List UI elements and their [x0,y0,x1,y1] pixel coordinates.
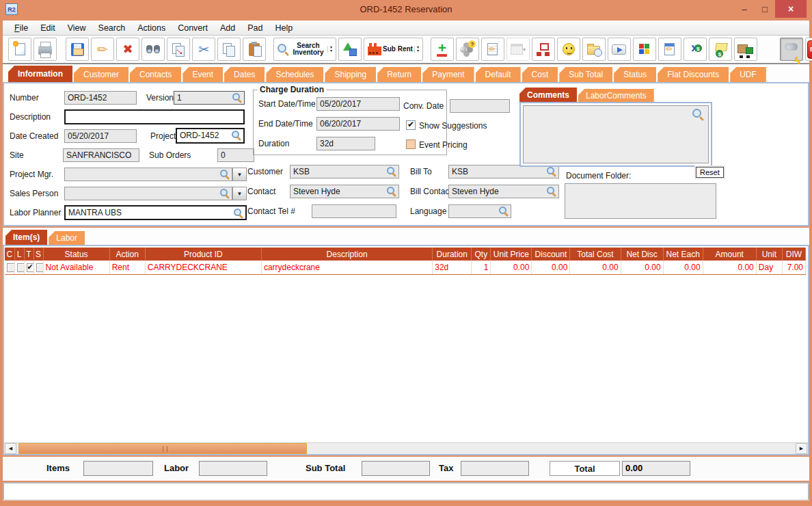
maximize-button[interactable]: □ [755,0,775,18]
conv-date-field[interactable] [450,99,510,113]
project-mgr-dropdown-button[interactable]: ▼ [232,168,247,181]
number-field[interactable]: ORD-1452 [64,91,137,105]
sales-person-dropdown-button[interactable]: ▼ [232,187,247,200]
column-header-amount[interactable]: Amount [703,248,756,261]
feedback-button[interactable] [557,38,580,61]
row-cell[interactable]: carrydeckcrane [261,261,432,274]
sub-rent-button-dropdown-icon[interactable]: ▾▾ [414,46,419,53]
row-cell[interactable]: 0.00 [663,261,703,274]
column-header-total-cost[interactable]: Total Cost [570,248,621,261]
history-folder-button[interactable] [582,38,606,61]
customer-search-icon[interactable] [387,167,396,176]
menu-convert[interactable]: Convert [172,22,214,34]
column-header-status[interactable]: Status [43,248,109,261]
bill-to-search-icon[interactable] [547,167,556,176]
column-header-l[interactable]: L [14,248,24,261]
column-header-description[interactable]: Description [261,248,432,261]
copy-button[interactable] [217,38,241,61]
comments-tab-comments[interactable]: Comments [519,88,577,103]
notes-button[interactable]: ✏ [481,38,504,61]
version-field[interactable]: 1 [174,91,245,105]
row-cell[interactable]: 0.00 [570,261,621,274]
paste-button[interactable] [243,38,266,61]
tab-default[interactable]: Default [476,67,521,82]
bill-to-field[interactable]: KSB [448,165,559,178]
items-total-field[interactable] [83,461,153,476]
delete-button[interactable]: ✖ [116,38,139,61]
comments-tab-laborcomments[interactable]: LaborComments [578,89,654,103]
shortcut-key-button[interactable] [608,38,631,61]
print-button[interactable] [33,38,57,61]
tab-contacts[interactable]: Contacts [130,67,181,82]
bill-contact-search-icon[interactable] [547,187,556,196]
row-checkbox[interactable] [36,263,44,272]
close-button[interactable]: × [775,0,807,18]
tab-shipping[interactable]: Shipping [325,67,376,82]
menu-actions[interactable]: Actions [131,22,172,34]
contact-tel-field[interactable] [312,204,396,218]
search-inventory-button-dropdown-icon[interactable]: ▾▾ [327,46,332,53]
tab-dates[interactable]: Dates [224,67,265,82]
find-button[interactable] [141,38,165,61]
end-date-field[interactable]: 06/20/2017 [316,117,400,131]
tab-udf[interactable]: UDF [730,67,766,82]
scroll-right-icon[interactable]: ▶ [796,443,807,454]
column-header-unit-price[interactable]: Unit Price [491,248,532,261]
column-header-qty[interactable]: Qty [472,248,491,261]
labor-total-field[interactable] [199,461,267,476]
transfer-charges-button[interactable]: »$ [684,38,707,61]
row-cell[interactable]: Rent [109,261,145,274]
column-header-c[interactable]: C [5,248,14,261]
row-cell[interactable]: 1 [472,261,491,274]
column-header-duration[interactable]: Duration [433,248,472,261]
row-cell[interactable]: Not Available [43,261,109,274]
project-mgr-field[interactable] [64,168,232,181]
duration-field[interactable]: 32d [316,137,375,150]
column-header-diw[interactable]: DIW [782,248,805,261]
contact-field[interactable]: Steven Hyde [290,185,399,198]
add-remove-button[interactable]: + [431,38,454,61]
row-checkbox-cell[interactable] [5,261,14,274]
items-tab-item-s[interactable]: Item(s) [5,230,47,245]
menu-help[interactable]: Help [269,22,299,34]
column-header-discount[interactable]: Discount [532,248,570,261]
document-folder-box[interactable] [565,183,716,219]
row-checkbox-cell[interactable] [14,261,24,274]
sales-person-search-icon[interactable] [220,189,230,198]
tab-sub-total[interactable]: Sub Total [559,67,612,82]
sub-total-field[interactable] [362,461,430,476]
edit-button[interactable]: ✏ [91,38,114,61]
tab-schedules[interactable]: Schedules [266,67,323,82]
column-header-product-id[interactable]: Product ID [145,248,261,261]
menu-search[interactable]: Search [92,22,132,34]
row-checkbox[interactable] [17,263,25,272]
column-header-net-disc[interactable]: Net Disc [621,248,663,261]
save-button[interactable] [66,38,89,61]
table-row[interactable]: Not AvailableRentCARRYDECKCRANEcarrydeck… [5,261,806,274]
row-checkbox[interactable] [27,263,34,272]
exit-button[interactable]: EXIT [805,38,812,61]
shapes-button[interactable] [338,38,362,61]
row-checkbox[interactable] [7,263,14,272]
version-search-icon[interactable] [232,93,242,103]
tab-payment[interactable]: Payment [422,67,474,82]
column-header-net-each[interactable]: Net Each [663,248,703,261]
scroll-left-icon[interactable]: ◀ [5,443,16,454]
tab-event[interactable]: Event [182,67,223,82]
labor-planner-search-icon[interactable] [234,209,243,218]
minimize-button[interactable]: – [734,0,755,18]
horizontal-scrollbar[interactable]: ◀ ▶ [4,442,808,454]
customer-field[interactable]: KSB [290,165,399,178]
event-pricing-checkbox[interactable] [406,139,416,149]
site-structure-button[interactable] [532,38,555,61]
tab-customer[interactable]: Customer [74,67,128,82]
start-date-field[interactable]: 05/20/2017 [316,97,400,111]
sub-orders-field[interactable]: 0 [217,148,254,162]
project-field[interactable]: ORD-1452 [176,128,245,144]
search-inventory-button[interactable]: Search Inventory▾▾ [273,38,336,61]
row-cell[interactable]: CARRYDECKCRANE [145,261,261,274]
reset-button[interactable]: Reset [696,167,724,178]
tax-field[interactable] [461,461,529,476]
sales-person-field[interactable] [64,187,232,200]
row-cell[interactable]: Day [756,261,782,274]
